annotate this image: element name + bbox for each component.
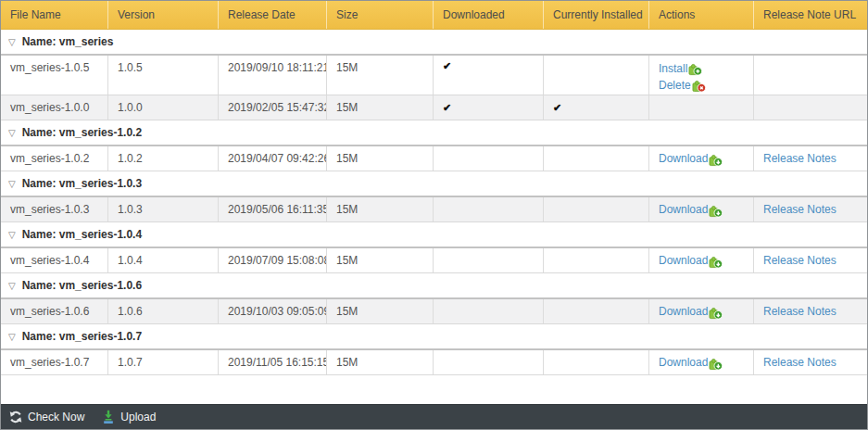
installed-checkmark-icon: ✔	[553, 103, 561, 113]
collapse-triangle-icon[interactable]: ▽	[8, 128, 16, 138]
download-icon	[709, 255, 723, 269]
table-row: vm_series-1.0.31.0.32019/05/06 16:11:351…	[1, 197, 867, 222]
cell-currently-installed	[544, 56, 649, 95]
group-name: Name: vm_series-1.0.6	[22, 279, 142, 292]
check-now-label: Check Now	[28, 411, 84, 424]
cell-release-date: 2019/10/03 09:05:09	[219, 299, 327, 323]
cell-currently-installed	[544, 146, 649, 171]
release-notes-link[interactable]: Release Notes	[763, 305, 837, 318]
column-header-version[interactable]: Version	[108, 1, 219, 29]
group-name: Name: vm_series-1.0.4	[22, 228, 142, 241]
cell-actions: Download	[649, 350, 754, 374]
download-link[interactable]: Download	[659, 356, 708, 369]
cell-release-date: 2019/07/09 15:08:08	[219, 248, 327, 272]
group-header[interactable]: ▽Name: vm_series-1.0.7	[1, 324, 867, 350]
download-icon	[709, 357, 723, 371]
group-header[interactable]: ▽Name: vm_series-1.0.4	[1, 222, 867, 248]
cell-downloaded: ✔	[434, 95, 544, 120]
download-icon	[709, 153, 723, 167]
cell-currently-installed	[544, 299, 649, 323]
cell-release-date: 2019/02/05 15:47:32	[219, 95, 327, 120]
download-icon	[709, 204, 723, 218]
footer-toolbar: Check Now Upload	[1, 404, 867, 429]
cell-size: 15M	[327, 248, 434, 272]
column-header-file-name[interactable]: File Name	[1, 1, 108, 29]
cell-size: 15M	[327, 350, 434, 374]
collapse-triangle-icon[interactable]: ▽	[8, 37, 16, 47]
group-name: Name: vm_series-1.0.7	[22, 330, 142, 343]
column-header-release-date[interactable]: Release Date	[219, 1, 327, 29]
cell-file-name: vm_series-1.0.3	[1, 197, 108, 221]
cell-currently-installed	[544, 350, 649, 374]
cell-size: 15M	[327, 299, 434, 323]
refresh-icon	[8, 410, 23, 424]
table-header-row: File NameVersionRelease DateSizeDownload…	[1, 1, 867, 30]
cell-downloaded	[434, 146, 544, 171]
collapse-triangle-icon[interactable]: ▽	[8, 281, 16, 291]
cell-size: 15M	[327, 146, 434, 171]
release-notes-link[interactable]: Release Notes	[763, 356, 837, 369]
cell-release-note-url	[754, 95, 867, 120]
group-header[interactable]: ▽Name: vm_series-1.0.2	[1, 120, 867, 146]
release-notes-link[interactable]: Release Notes	[763, 254, 837, 267]
cell-downloaded	[434, 350, 544, 374]
cell-file-name: vm_series-1.0.0	[1, 95, 108, 120]
download-link[interactable]: Download	[659, 254, 708, 267]
cell-actions	[649, 95, 754, 120]
table-empty-area	[1, 390, 867, 405]
cell-release-date: 2019/05/06 16:11:35	[219, 197, 327, 221]
download-link[interactable]: Download	[659, 152, 708, 165]
collapse-triangle-icon[interactable]: ▽	[8, 230, 16, 240]
table-row: vm_series-1.0.61.0.62019/10/03 09:05:091…	[1, 299, 867, 324]
group-header[interactable]: ▽Name: vm_series-1.0.3	[1, 171, 867, 197]
delete-link[interactable]: Delete	[659, 79, 691, 92]
cell-currently-installed: ✔	[544, 95, 649, 120]
cell-version: 1.0.3	[108, 197, 219, 221]
cell-version: 1.0.7	[108, 350, 219, 374]
check-now-button[interactable]: Check Now	[8, 410, 84, 424]
download-link[interactable]: Download	[659, 203, 708, 216]
cell-release-date: 2019/09/10 18:11:21	[219, 56, 327, 95]
cell-release-note-url: Release Notes	[754, 146, 867, 171]
release-notes-link[interactable]: Release Notes	[763, 203, 837, 216]
column-header-release-note-url[interactable]: Release Note URL	[754, 1, 867, 29]
cell-size: 15M	[327, 56, 434, 95]
cell-currently-installed	[544, 197, 649, 221]
upload-label: Upload	[120, 411, 156, 424]
cell-actions: Download	[649, 146, 754, 171]
upload-button[interactable]: Upload	[101, 410, 156, 424]
install-icon	[688, 62, 702, 76]
cell-actions: Download	[649, 197, 754, 221]
collapse-triangle-icon[interactable]: ▽	[8, 332, 16, 342]
cell-release-note-url: Release Notes	[754, 299, 867, 323]
collapse-triangle-icon[interactable]: ▽	[8, 179, 16, 189]
cell-size: 15M	[327, 95, 434, 120]
table-body: ▽Name: vm_seriesvm_series-1.0.51.0.52019…	[1, 30, 867, 390]
group-header[interactable]: ▽Name: vm_series-1.0.6	[1, 273, 867, 299]
downloaded-checkmark-icon: ✔	[443, 61, 451, 71]
release-notes-link[interactable]: Release Notes	[763, 152, 837, 165]
install-link[interactable]: Install	[659, 62, 687, 75]
group-name: Name: vm_series-1.0.3	[22, 177, 142, 190]
group-header[interactable]: ▽Name: vm_series	[1, 30, 867, 56]
column-header-size[interactable]: Size	[327, 1, 434, 29]
cell-file-name: vm_series-1.0.5	[1, 56, 108, 95]
delete-icon	[692, 79, 706, 93]
column-header-downloaded[interactable]: Downloaded	[434, 1, 544, 29]
cell-version: 1.0.5	[108, 56, 219, 95]
download-link[interactable]: Download	[659, 305, 708, 318]
cell-file-name: vm_series-1.0.2	[1, 146, 108, 171]
column-header-currently-installed[interactable]: Currently Installed	[544, 1, 649, 29]
cell-downloaded	[434, 248, 544, 272]
table-row: vm_series-1.0.21.0.22019/04/07 09:42:261…	[1, 146, 867, 171]
cell-actions: Download	[649, 248, 754, 272]
group-name: Name: vm_series	[22, 35, 114, 48]
table-row: vm_series-1.0.41.0.42019/07/09 15:08:081…	[1, 248, 867, 273]
cell-downloaded	[434, 197, 544, 221]
cell-release-note-url: Release Notes	[754, 248, 867, 272]
upload-icon	[101, 410, 116, 424]
cell-version: 1.0.4	[108, 248, 219, 272]
column-header-actions[interactable]: Actions	[649, 1, 754, 29]
download-icon	[709, 306, 723, 320]
cell-file-name: vm_series-1.0.7	[1, 350, 108, 374]
